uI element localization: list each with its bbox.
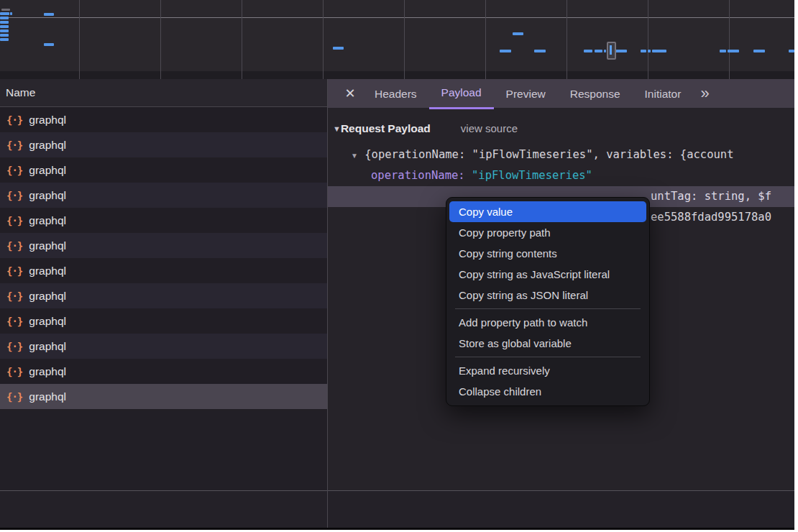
request-row[interactable]: {·}graphql xyxy=(0,258,327,283)
json-braces-icon: {·} xyxy=(6,240,22,252)
menu-item-add-property-path-to-watch[interactable]: Add property path to watch xyxy=(449,312,646,333)
column-header-name[interactable]: Name xyxy=(0,79,327,107)
timeline-bar xyxy=(0,17,9,19)
timeline-bar xyxy=(0,34,9,37)
json-braces-icon: {·} xyxy=(6,341,22,352)
timeline-bar xyxy=(720,50,726,52)
request-row[interactable]: {·}graphql xyxy=(0,308,327,334)
timeline-bar xyxy=(0,25,9,28)
property-value: "ipFlowTimeseries" xyxy=(472,169,592,182)
query-text-fragment: untTag: string, $f xyxy=(651,186,771,207)
timeline-bar xyxy=(753,50,765,52)
json-braces-icon: {·} xyxy=(6,391,22,403)
request-row-selected[interactable]: {·}graphql xyxy=(0,384,327,409)
request-name: graphql xyxy=(29,390,66,403)
menu-item-collapse-children[interactable]: Collapse children xyxy=(449,381,646,402)
preview-text: {operationName: "ipFlowTimeseries", vari… xyxy=(364,148,733,161)
json-braces-icon: {·} xyxy=(6,215,22,226)
timeline-bar xyxy=(44,13,54,16)
tab-preview[interactable]: Preview xyxy=(494,79,558,108)
menu-item-copy-string-js-literal[interactable]: Copy string as JavaScript literal xyxy=(449,264,646,285)
timeline-bar xyxy=(513,32,523,35)
operation-name-row[interactable]: operationName: "ipFlowTimeseries" xyxy=(328,165,794,186)
timeline-bar xyxy=(789,50,794,52)
request-row[interactable]: {·}graphql xyxy=(0,183,327,208)
timeline-bar xyxy=(333,47,344,50)
request-name: graphql xyxy=(29,114,66,127)
gridline xyxy=(160,0,161,79)
collapse-triangle-icon[interactable]: ▼ xyxy=(333,124,341,133)
more-tabs-icon[interactable]: » xyxy=(700,81,709,106)
timeline-bar xyxy=(604,50,606,52)
expander-triangle-icon[interactable]: ▼ xyxy=(351,152,358,160)
timeline-bar xyxy=(648,50,651,52)
request-name: graphql xyxy=(29,290,66,303)
request-name: graphql xyxy=(29,214,66,227)
timeline-bar xyxy=(595,50,602,52)
request-row[interactable]: {·}graphql xyxy=(0,283,327,308)
request-name: graphql xyxy=(29,164,66,177)
timeline-bar xyxy=(615,50,627,52)
json-braces-icon: {·} xyxy=(6,165,22,176)
overview-bottom-band xyxy=(0,71,794,79)
window-bottom-edge xyxy=(0,528,794,530)
section-title: Request Payload xyxy=(341,122,431,134)
json-braces-icon: {·} xyxy=(6,139,22,151)
request-name: graphql xyxy=(29,365,66,378)
tab-response[interactable]: Response xyxy=(558,79,633,108)
request-name: graphql xyxy=(29,265,66,278)
panel-divider[interactable] xyxy=(327,79,328,528)
gridline xyxy=(648,0,648,79)
network-request-list: Name {·}graphql {·}graphql {·}graphql {·… xyxy=(0,79,327,490)
tab-headers[interactable]: Headers xyxy=(362,79,429,108)
json-braces-icon: {·} xyxy=(6,366,22,377)
timeline-bar xyxy=(0,21,9,24)
menu-item-copy-string-json-literal[interactable]: Copy string as JSON literal xyxy=(449,285,646,306)
timeline-selection-marker xyxy=(607,42,616,60)
summary-divider xyxy=(0,490,794,491)
gridline xyxy=(79,0,80,79)
timeline-bar xyxy=(10,12,12,15)
payload-preview-line[interactable]: ▼ {operationName: "ipFlowTimeseries", va… xyxy=(328,145,794,165)
timeline-bar xyxy=(652,50,666,52)
request-row[interactable]: {·}graphql xyxy=(0,157,327,183)
network-overview-strip[interactable] xyxy=(0,0,794,79)
menu-item-copy-string-contents[interactable]: Copy string contents xyxy=(449,243,646,264)
summary-bar xyxy=(0,491,794,528)
menu-item-expand-recursively[interactable]: Expand recursively xyxy=(449,360,646,381)
json-braces-icon: {·} xyxy=(6,316,22,327)
detail-tabbar: ✕ Headers Payload Preview Response Initi… xyxy=(328,79,794,108)
json-braces-icon: {·} xyxy=(6,114,22,126)
request-row[interactable]: {·}graphql xyxy=(0,107,327,132)
view-source-link[interactable]: view source xyxy=(461,122,518,134)
close-icon[interactable]: ✕ xyxy=(338,86,362,101)
request-name: graphql xyxy=(29,189,66,202)
tab-payload[interactable]: Payload xyxy=(429,79,494,109)
timeline-bar xyxy=(728,50,739,52)
property-key: operationName: xyxy=(371,169,472,182)
devtools-window: Name {·}graphql {·}graphql {·}graphql {·… xyxy=(0,0,794,530)
menu-item-store-as-global-variable[interactable]: Store as global variable xyxy=(449,333,646,354)
gridline xyxy=(404,0,405,79)
tab-initiator[interactable]: Initiator xyxy=(633,79,694,108)
menu-item-copy-value[interactable]: Copy value xyxy=(449,201,646,222)
request-name: graphql xyxy=(29,139,66,152)
request-row[interactable]: {·}graphql xyxy=(0,208,327,233)
request-row[interactable]: {·}graphql xyxy=(0,334,327,359)
timeline-bar xyxy=(0,29,9,32)
gridline xyxy=(567,0,567,79)
menu-separator xyxy=(455,357,641,357)
timeline-bar xyxy=(1,9,10,11)
gridline xyxy=(729,0,730,79)
request-row[interactable]: {·}graphql xyxy=(0,359,327,384)
request-row[interactable]: {·}graphql xyxy=(0,233,327,258)
request-row[interactable]: {·}graphql xyxy=(0,132,327,157)
timeline-bar xyxy=(534,50,546,52)
overview-horizontal-gridline xyxy=(0,17,794,18)
timeline-bar xyxy=(0,12,9,15)
menu-item-copy-property-path[interactable]: Copy property path xyxy=(449,222,646,243)
menu-separator xyxy=(455,308,641,309)
request-payload-section[interactable]: ▼Request Payloadview source xyxy=(328,117,794,140)
json-braces-icon: {·} xyxy=(6,290,22,302)
gridline xyxy=(242,0,242,79)
